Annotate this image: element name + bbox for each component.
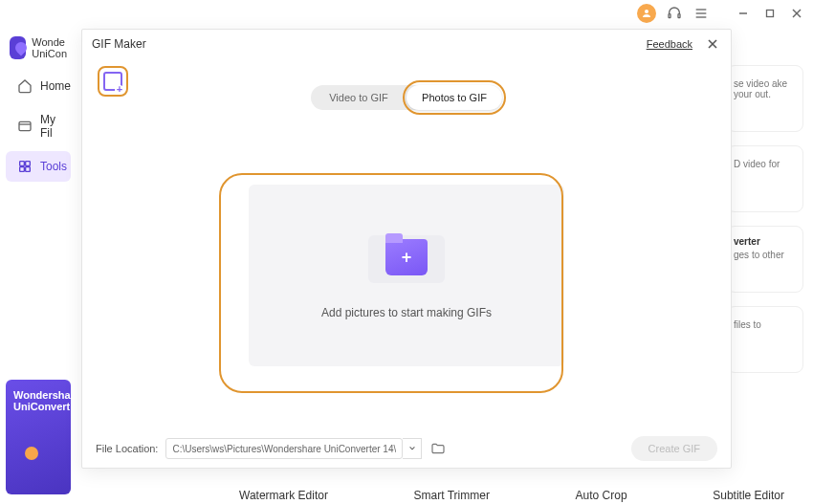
sidebar: Wonde UniCon Home My Fil Tools Wondersha… <box>0 27 77 504</box>
files-icon <box>17 119 33 134</box>
app-name-line2: UniCon <box>32 48 67 59</box>
add-file-button[interactable] <box>98 66 128 97</box>
window-titlebar <box>0 0 813 27</box>
bottom-tool[interactable]: Watermark Editor <box>239 489 328 502</box>
promo-dot-icon <box>25 447 38 460</box>
sidebar-item-home[interactable]: Home <box>6 71 71 101</box>
dropzone-text: Add pictures to start making GIFs <box>321 306 492 319</box>
bottom-tool-row: Watermark Editor Smart Trimmer Auto Crop… <box>220 489 803 502</box>
sidebar-item-label: My Fil <box>40 113 59 140</box>
svg-rect-13 <box>26 162 31 166</box>
bg-card: D video for <box>727 145 803 212</box>
file-location-label: File Location: <box>96 443 158 454</box>
gif-maker-dialog: GIF Maker Feedback Video to GIF Photos t… <box>81 29 732 469</box>
headset-icon[interactable] <box>666 5 683 22</box>
bottom-tool[interactable]: Subtitle Editor <box>713 489 784 502</box>
sidebar-item-label: Tools <box>40 160 67 173</box>
dialog-title: GIF Maker <box>92 37 146 51</box>
folder-plus-icon: + <box>368 231 445 289</box>
home-icon <box>17 78 33 94</box>
svg-rect-10 <box>19 122 31 131</box>
user-avatar-icon[interactable] <box>637 4 656 23</box>
app-name-line1: Wonde <box>32 36 67 48</box>
menu-icon[interactable] <box>692 5 710 22</box>
browse-folder-button[interactable] <box>429 440 447 457</box>
mode-toggle: Video to GIF Photos to GIF <box>311 85 502 110</box>
sidebar-item-label: Home <box>40 79 71 93</box>
sidebar-item-files[interactable]: My Fil <box>6 105 71 147</box>
svg-rect-12 <box>20 162 25 166</box>
dialog-body: Video to GIF Photos to GIF + Add picture… <box>82 58 731 429</box>
add-file-icon <box>103 72 122 91</box>
bottom-tool[interactable]: Auto Crop <box>576 489 627 502</box>
tab-video-to-gif[interactable]: Video to GIF <box>311 85 406 110</box>
svg-rect-14 <box>20 167 25 172</box>
svg-point-0 <box>645 10 648 13</box>
dropzone[interactable]: + Add pictures to start making GIFs <box>249 185 564 366</box>
svg-rect-2 <box>678 14 680 18</box>
dialog-close-button[interactable] <box>704 35 721 53</box>
maximize-button[interactable] <box>761 5 779 22</box>
feedback-link[interactable]: Feedback <box>647 38 692 50</box>
promo-card[interactable]: Wondersha UniConvert <box>6 380 71 494</box>
svg-rect-1 <box>669 14 670 18</box>
svg-rect-15 <box>26 167 31 172</box>
bottom-tool[interactable]: Smart Trimmer <box>414 489 490 502</box>
svg-rect-7 <box>767 11 774 17</box>
app-logo: Wonde UniCon <box>0 33 77 69</box>
promo-line1: Wondersha <box>13 389 63 401</box>
file-location-dropdown[interactable] <box>403 438 422 459</box>
app-logo-icon <box>10 36 26 59</box>
dialog-header: GIF Maker Feedback <box>82 30 731 58</box>
bg-card: files to <box>727 306 803 373</box>
file-location-input[interactable] <box>165 438 403 459</box>
bg-card: verterges to other <box>727 226 803 293</box>
close-button[interactable] <box>788 5 805 22</box>
bg-card: se video ake your out. <box>727 65 803 132</box>
create-gif-button[interactable]: Create GIF <box>631 436 717 461</box>
minimize-button[interactable] <box>735 5 752 22</box>
dropzone-area: + Add pictures to start making GIFs <box>234 181 579 391</box>
promo-line2: UniConvert <box>13 401 63 412</box>
sidebar-item-tools[interactable]: Tools <box>6 151 71 182</box>
tools-icon <box>17 159 33 174</box>
tab-photos-to-gif[interactable]: Photos to GIF <box>406 85 502 110</box>
dialog-footer: File Location: Create GIF <box>82 429 731 468</box>
background-cards: se video ake your out. D video for verte… <box>727 65 803 373</box>
